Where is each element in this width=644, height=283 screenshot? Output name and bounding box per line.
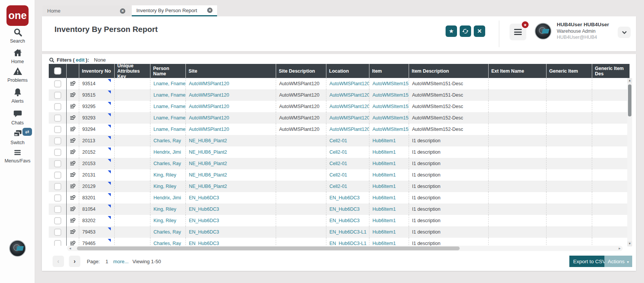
sidebar-item-home[interactable]: Home [0,48,35,65]
site-link[interactable]: EN_Hub6DC3 [189,241,219,246]
row-detail-cell[interactable] [67,226,79,238]
location-link[interactable]: EN_Hub6DC3-L1 [329,241,366,246]
sidebar-item-menus-favs[interactable]: Menus/Favs [0,148,35,164]
site-link[interactable]: NE_HUB6_Plant2 [189,172,227,178]
favorite-button[interactable]: ★ [446,25,457,37]
location-link[interactable]: EN_Hub6DC3-L1 [329,229,366,235]
site-link[interactable]: NE_HUB6_Plant2 [189,161,227,166]
row-checkbox[interactable] [54,126,61,133]
sidebar-item-alerts[interactable]: Alerts [0,87,35,104]
item-link[interactable]: Hub6Item1 [372,195,396,200]
previous-page-button[interactable]: ‹ [53,256,64,267]
column-header-item-description[interactable]: Item Description [409,64,489,78]
item-link[interactable]: Hub6Item1 [372,218,396,223]
column-header-unique-attributes-key[interactable]: Unique Attributes Key [115,64,150,78]
row-checkbox[interactable] [54,103,61,110]
site-link[interactable]: NE_HUB6_Plant2 [189,138,227,143]
row-detail-cell[interactable] [67,192,79,204]
site-link[interactable]: AutoWMSPlant120 [189,81,229,86]
sidebar-brand-avatar[interactable] [9,240,26,257]
item-link[interactable]: Hub6Item1 [372,229,396,235]
site-link[interactable]: AutoWMSPlant120 [189,115,229,121]
row-detail-cell[interactable] [67,124,79,135]
row-checkbox[interactable] [54,229,61,236]
item-link[interactable]: Hub6Item1 [372,149,396,155]
column-header-person-name[interactable]: Person Name [150,64,186,78]
site-link[interactable]: AutoWMSPlant120 [189,92,229,98]
row-checkbox[interactable] [54,172,61,179]
row-detail-cell[interactable] [67,169,79,181]
export-to-csv-button[interactable]: Export to CSV [569,256,610,267]
site-link[interactable]: EN_Hub6DC3 [189,195,219,200]
notifications-menu-button[interactable]: ★ [510,24,526,40]
item-link[interactable]: AutoWMSItem152 [372,127,409,132]
person-name-link[interactable]: Charles, Ray [153,161,181,166]
item-link[interactable]: Hub6Item1 [372,172,396,178]
row-detail-cell[interactable] [67,215,79,226]
row-detail-cell[interactable] [67,112,79,124]
person-name-link[interactable]: Lname, Fname [153,115,185,121]
location-link[interactable]: EN_Hub6DC3 [329,195,360,200]
person-name-link[interactable]: King, Riley [153,172,176,178]
row-detail-cell[interactable] [67,89,79,101]
item-link[interactable]: AutoWMSItem152 [372,104,409,109]
person-name-link[interactable]: Hendrix, Jimi [153,149,181,155]
close-icon[interactable]: ✕ [207,8,213,13]
row-detail-cell[interactable] [67,181,79,192]
sidebar-item-chats[interactable]: Chats [0,109,35,126]
column-header-item[interactable]: Item [369,64,409,78]
sidebar-item-switch[interactable]: Switch ⇄ [0,129,35,146]
row-checkbox[interactable] [54,183,61,190]
row-checkbox[interactable] [54,114,61,122]
close-report-button[interactable]: ✕ [474,25,485,37]
site-link[interactable]: EN_Hub6DC3 [189,207,219,212]
location-link[interactable]: Cell2-01 [329,172,347,178]
column-header-location[interactable]: Location [326,64,369,78]
location-link[interactable]: AutoWMSPlant120 [329,92,369,98]
person-name-link[interactable]: King, Riley [153,184,176,189]
person-name-link[interactable]: Lname, Fname [153,127,185,132]
row-checkbox[interactable] [54,194,61,202]
scroll-right-arrow-icon[interactable]: ▸ [617,246,622,251]
person-name-link[interactable]: Charles, Ray [153,241,181,246]
row-checkbox[interactable] [54,217,61,224]
site-link[interactable]: EN_Hub6DC3 [189,229,219,235]
horizontal-scrollbar-thumb[interactable] [77,246,460,250]
person-name-link[interactable]: Hendrix, Jimi [153,195,181,200]
actions-button[interactable]: Actions▾ [604,256,632,267]
item-link[interactable]: Hub6Item1 [372,207,396,212]
column-header-generic-item-des[interactable]: Generic Item Des [592,64,630,78]
row-detail-cell[interactable] [67,204,79,215]
row-checkbox[interactable] [54,137,61,145]
row-checkbox[interactable] [54,240,61,246]
column-header-ext-item-name[interactable]: Ext Item Name [489,64,547,78]
item-link[interactable]: Hub6Item1 [372,161,396,166]
next-page-button[interactable]: › [69,256,80,267]
select-all-checkbox[interactable] [54,67,61,75]
user-menu-button[interactable] [618,27,631,38]
person-name-link[interactable]: Lname, Fname [153,104,185,109]
row-detail-cell[interactable] [67,238,79,246]
column-header-site[interactable]: Site [186,64,276,78]
swap-arrows-icon[interactable]: ⇄ [22,128,32,136]
vertical-scrollbar-thumb[interactable] [628,84,631,116]
row-checkbox[interactable] [54,160,61,167]
location-link[interactable]: EN_Hub6DC3 [329,207,360,212]
item-link[interactable]: Hub6Item1 [372,241,396,246]
site-link[interactable]: AutoWMSPlant120 [189,104,229,109]
row-detail-cell[interactable] [67,158,79,169]
row-checkbox[interactable] [54,80,61,87]
person-name-link[interactable]: Lname, Fname [153,92,185,98]
person-name-link[interactable]: Charles, Ray [153,138,181,143]
person-name-link[interactable]: King, Riley [153,218,176,223]
scroll-up-arrow-icon[interactable]: ▲ [627,78,632,83]
site-link[interactable]: NE_HUB6_Plant2 [189,184,227,189]
sidebar-item-problems[interactable]: Problems [0,67,35,83]
scroll-down-arrow-icon[interactable]: ▼ [627,241,632,246]
row-detail-cell[interactable] [67,135,79,146]
location-link[interactable]: AutoWMSPlant120 [329,115,369,121]
column-header-site-description[interactable]: Site Description [276,64,326,78]
row-detail-cell[interactable] [67,101,79,112]
person-name-link[interactable]: Lname, Fname [153,81,185,86]
location-link[interactable]: AutoWMSPlant120 [329,104,369,109]
